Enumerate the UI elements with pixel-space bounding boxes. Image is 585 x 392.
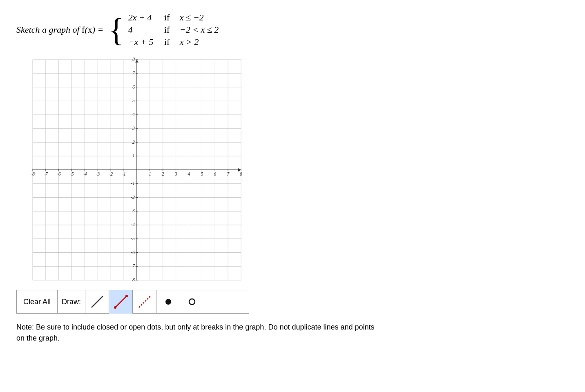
case-cond-3: x > 2: [180, 37, 199, 47]
case-if-2: if: [164, 24, 176, 35]
note-text: Note: Be sure to include closed or open …: [16, 322, 384, 344]
case-expr-2: 4: [128, 24, 161, 35]
case-row-2: 4 if −2 < x ≤ 2: [128, 24, 219, 35]
case-cond-1: x ≤ −2: [180, 12, 204, 23]
svg-line-4: [139, 296, 150, 307]
equation-label: Sketch a graph of f(x) =: [16, 24, 103, 35]
case-expr-1: 2x + 4: [128, 12, 161, 23]
piecewise-cases: 2x + 4 if x ≤ −2 4 if −2 < x ≤ 2 −x + 5 …: [128, 12, 219, 47]
equation-row: Sketch a graph of f(x) = { 2x + 4 if x ≤…: [16, 12, 219, 47]
svg-point-2: [114, 306, 116, 309]
clear-all-button[interactable]: Clear All: [17, 290, 58, 313]
case-cond-2: −2 < x ≤ 2: [180, 24, 219, 35]
tool-line-any[interactable]: [85, 290, 109, 314]
brace-symbol: {: [108, 13, 124, 46]
tool-line-dashed[interactable]: [133, 290, 156, 314]
graph-canvas[interactable]: [16, 56, 249, 288]
problem-container: Sketch a graph of f(x) = { 2x + 4 if x ≤…: [16, 12, 569, 344]
graph-wrapper[interactable]: [16, 56, 249, 290]
svg-point-5: [165, 299, 171, 305]
brace-system: { 2x + 4 if x ≤ −2 4 if −2 < x ≤ 2 −x + …: [108, 12, 219, 47]
case-row-3: −x + 5 if x > 2: [128, 37, 219, 47]
toolbar: Clear All Draw:: [16, 290, 249, 314]
tool-open-dot[interactable]: [180, 290, 204, 314]
tool-line-segment-red[interactable]: [109, 290, 133, 314]
svg-line-1: [115, 296, 127, 307]
case-expr-3: −x + 5: [128, 37, 161, 47]
case-if-1: if: [164, 12, 176, 23]
svg-point-3: [125, 295, 128, 297]
tool-closed-dot[interactable]: [156, 290, 180, 314]
draw-label: Draw:: [58, 290, 85, 313]
case-row-1: 2x + 4 if x ≤ −2: [128, 12, 219, 23]
svg-point-6: [189, 299, 195, 305]
case-if-3: if: [164, 37, 176, 47]
svg-line-0: [92, 296, 103, 307]
